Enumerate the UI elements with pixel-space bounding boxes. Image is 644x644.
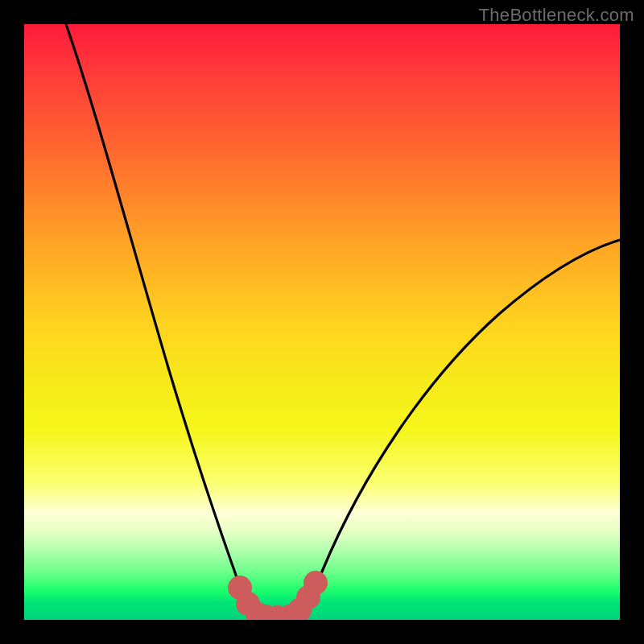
watermark-text: TheBottleneck.com: [479, 5, 634, 26]
curve-svg: [24, 24, 620, 620]
valley-highlight: [233, 576, 322, 620]
plot-area: [24, 24, 620, 620]
svg-point-8: [309, 576, 322, 589]
svg-point-0: [233, 581, 246, 594]
bottleneck-curve: [66, 24, 620, 616]
chart-frame: TheBottleneck.com: [0, 0, 644, 644]
